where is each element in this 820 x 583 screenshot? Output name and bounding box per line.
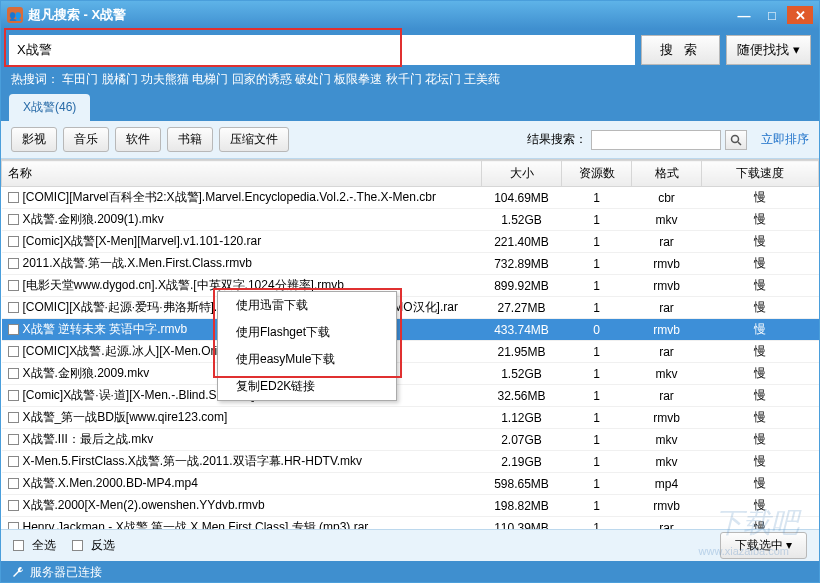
cell-speed: 慢 [702,385,819,407]
cell-format: rar [632,297,702,319]
cell-sources: 1 [562,473,632,495]
sort-now-link[interactable]: 立即排序 [761,131,809,148]
tab-results[interactable]: X战警(46) [9,94,90,121]
cell-sources: 1 [562,429,632,451]
table-row[interactable]: X战警 逆转未来 英语中字.rmvb433.74MB0rmvb慢 [2,319,819,341]
search-area: 搜 索 随便找找 ▾ [1,29,819,69]
col-speed[interactable]: 下载速度 [702,161,819,187]
col-name[interactable]: 名称 [2,161,482,187]
cell-format: rmvb [632,495,702,517]
row-checkbox[interactable] [8,434,19,445]
filter-video[interactable]: 影视 [11,127,57,152]
cell-speed: 慢 [702,297,819,319]
cell-size: 732.89MB [482,253,562,275]
cell-size: 1.52GB [482,363,562,385]
table-row[interactable]: X战警.2000[X-Men(2).owenshen.YYdvb.rmvb198… [2,495,819,517]
search-button[interactable]: 搜 索 [641,35,721,65]
filter-books[interactable]: 书籍 [167,127,213,152]
cell-format: mp4 [632,473,702,495]
random-search-button[interactable]: 随便找找 ▾ [726,35,811,65]
cell-sources: 1 [562,231,632,253]
table-row[interactable]: X战警_第一战BD版[www.qire123.com]1.12GB1rmvb慢 [2,407,819,429]
ctx-flashget-download[interactable]: 使用Flashget下载 [218,319,396,346]
cell-format: rmvb [632,253,702,275]
table-row[interactable]: X战警.III：最后之战.mkv2.07GB1mkv慢 [2,429,819,451]
cell-format: rar [632,231,702,253]
cell-sources: 1 [562,209,632,231]
table-row[interactable]: X战警.金刚狼.2009.mkv1.52GB1mkv慢 [2,363,819,385]
cell-name: X战警.X.Men.2000.BD-MP4.mp4 [2,473,482,495]
table-row[interactable]: [Comic]X战警·误·道][X-Men.-.Blind.Science]32… [2,385,819,407]
cell-sources: 1 [562,187,632,209]
col-format[interactable]: 格式 [632,161,702,187]
search-input[interactable] [9,35,635,65]
cell-format: mkv [632,451,702,473]
cell-name: [Comic]X战警[X-Men][Marvel].v1.101-120.rar [2,231,482,253]
status-bar: 服务器已连接 [1,561,819,583]
cell-name: X-Men.5.FirstClass.X战警.第一战.2011.双语字幕.HR-… [2,451,482,473]
cell-speed: 慢 [702,407,819,429]
ctx-thunder-download[interactable]: 使用迅雷下载 [218,292,396,319]
cell-sources: 1 [562,517,632,530]
table-row[interactable]: 2011.X战警.第一战.X.Men.First.Class.rmvb732.8… [2,253,819,275]
checkbox-icon [13,540,24,551]
ctx-easymule-download[interactable]: 使用easyMule下载 [218,346,396,373]
table-row[interactable]: [COMIC][Marvel百科全书2:X战警].Marvel.Encyclop… [2,187,819,209]
row-checkbox[interactable] [8,280,19,291]
row-checkbox[interactable] [8,258,19,269]
result-search-button[interactable] [725,130,747,150]
row-checkbox[interactable] [8,412,19,423]
filter-software[interactable]: 软件 [115,127,161,152]
filter-bar: 影视 音乐 软件 书籍 压缩文件 结果搜索： 立即排序 [1,121,819,159]
table-row[interactable]: X-Men.5.FirstClass.X战警.第一战.2011.双语字幕.HR-… [2,451,819,473]
bottom-bar: 全选 反选 下载选中 ▾ [1,529,819,561]
cell-sources: 1 [562,451,632,473]
table-row[interactable]: X战警.X.Men.2000.BD-MP4.mp4598.65MB1mp4慢 [2,473,819,495]
table-row[interactable]: [COMIC][X战警·起源·爱玛·弗洛斯特].X-Men.Origins.Em… [2,297,819,319]
col-sources[interactable]: 资源数 [562,161,632,187]
row-checkbox[interactable] [8,522,19,529]
table-row[interactable]: Henry.Jackman.-.X战警.第一战.X.Men.First.Clas… [2,517,819,530]
cell-format: rar [632,341,702,363]
result-search: 结果搜索： 立即排序 [527,130,809,150]
result-search-label: 结果搜索： [527,131,587,148]
table-row[interactable]: [电影天堂www.dygod.cn].X战警.[中英双字.1024分辨率].rm… [2,275,819,297]
row-checkbox[interactable] [8,302,19,313]
results-table-wrap[interactable]: 名称 大小 资源数 格式 下载速度 [COMIC][Marvel百科全书2:X战… [1,159,819,529]
row-checkbox[interactable] [8,456,19,467]
table-row[interactable]: [COMIC]X战警.起源.冰人][X-Men.Origins.Iceman]2… [2,341,819,363]
maximize-button[interactable]: □ [759,6,785,24]
wrench-icon [11,565,25,579]
row-checkbox[interactable] [8,390,19,401]
hot-keywords[interactable]: 热搜词： 车田门 脱橘门 功夫熊猫 电梯门 回家的诱惑 破处门 板限拳速 秋千门… [1,69,819,94]
close-button[interactable]: ✕ [787,6,813,24]
row-checkbox[interactable] [8,478,19,489]
download-selected-button[interactable]: 下载选中 ▾ [720,532,807,559]
status-text: 服务器已连接 [30,564,102,581]
cell-speed: 慢 [702,209,819,231]
row-checkbox[interactable] [8,346,19,357]
tab-bar: X战警(46) [1,94,819,121]
minimize-button[interactable]: — [731,6,757,24]
table-row[interactable]: X战警.金刚狼.2009(1).mkv1.52GB1mkv慢 [2,209,819,231]
invert-selection[interactable]: 反选 [72,537,115,554]
cell-name: X战警.金刚狼.2009(1).mkv [2,209,482,231]
cell-size: 1.52GB [482,209,562,231]
ctx-copy-ed2k[interactable]: 复制ED2K链接 [218,373,396,400]
result-search-input[interactable] [591,130,721,150]
row-checkbox[interactable] [8,324,19,335]
cell-size: 2.07GB [482,429,562,451]
col-size[interactable]: 大小 [482,161,562,187]
row-checkbox[interactable] [8,236,19,247]
cell-speed: 慢 [702,341,819,363]
row-checkbox[interactable] [8,192,19,203]
row-checkbox[interactable] [8,368,19,379]
table-row[interactable]: [Comic]X战警[X-Men][Marvel].v1.101-120.rar… [2,231,819,253]
cell-sources: 1 [562,407,632,429]
select-all[interactable]: 全选 [13,537,56,554]
row-checkbox[interactable] [8,500,19,511]
filter-archives[interactable]: 压缩文件 [219,127,289,152]
cell-format: rmvb [632,407,702,429]
row-checkbox[interactable] [8,214,19,225]
filter-music[interactable]: 音乐 [63,127,109,152]
